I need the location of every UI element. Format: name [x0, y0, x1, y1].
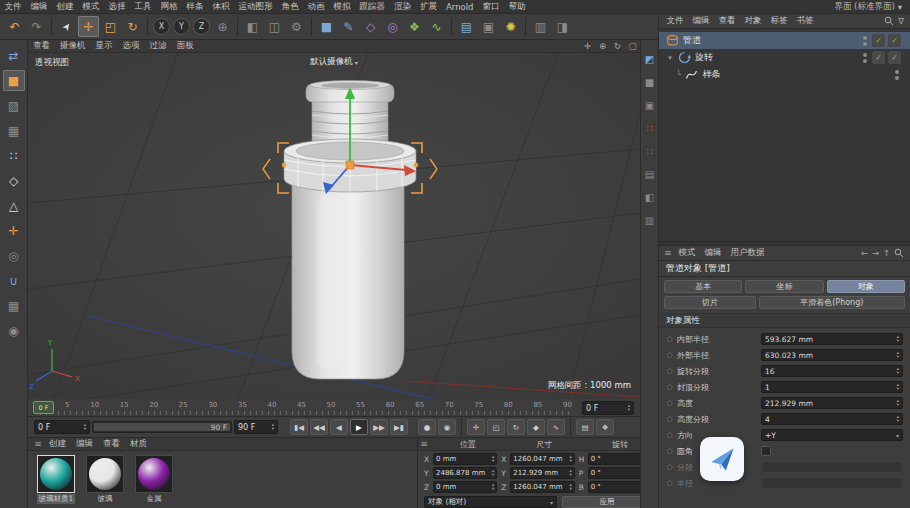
preview-range-bar[interactable]	[94, 423, 230, 431]
viewport-menu-view[interactable]: 查看	[28, 40, 55, 52]
side-palette-icon-6[interactable]: ▤	[643, 167, 657, 181]
render-view-icon[interactable]: ◧	[242, 16, 263, 37]
menu-select[interactable]: 选择	[104, 1, 130, 13]
anim-dot-icon[interactable]: ○	[666, 415, 673, 423]
am-menu-userdata[interactable]: 用户数据	[726, 247, 769, 259]
record-position-icon[interactable]: ✛	[467, 419, 485, 435]
texture-mode-icon[interactable]: ▨	[3, 95, 25, 116]
side-palette-icon-5[interactable]: ∷	[643, 144, 657, 158]
render-settings-icon[interactable]: ⚙	[286, 16, 307, 37]
range-start-spinner[interactable]: ▴▾	[84, 423, 86, 430]
side-palette-icon-4[interactable]: ∷	[643, 121, 657, 135]
anim-dot-icon[interactable]: ○	[666, 383, 673, 391]
viewport-menu-panel[interactable]: 面板	[172, 40, 199, 52]
anim-dot-icon[interactable]: ○	[666, 431, 673, 439]
material-item[interactable]: 金属	[133, 455, 175, 504]
tab-basic[interactable]: 基本	[664, 280, 742, 293]
range-end-spinner[interactable]: ▴▾	[272, 423, 274, 430]
material-menu-create[interactable]: 创建	[44, 438, 71, 450]
material-tag-icon[interactable]: ✓	[888, 51, 901, 64]
visibility-dots-icon[interactable]	[863, 36, 867, 46]
coordinate-mode-select[interactable]: 对象 (相对) ▾	[424, 496, 557, 508]
lock-x-axis-button[interactable]: X	[153, 18, 170, 35]
tab-coordinates[interactable]: 坐标	[745, 280, 823, 293]
render-to-picture-viewer-icon[interactable]: ◫	[264, 16, 285, 37]
visibility-dots-icon[interactable]	[895, 70, 899, 80]
camera-object-icon[interactable]: ▣	[478, 16, 499, 37]
anim-dot-icon[interactable]: ○	[666, 351, 673, 359]
menu-character[interactable]: 角色	[277, 1, 303, 13]
orbit-view-icon[interactable]: ↻	[610, 41, 625, 52]
om-menu-tags[interactable]: 标签	[766, 15, 792, 27]
maximize-view-icon[interactable]: ▢	[625, 41, 640, 52]
play-button[interactable]: ▶	[350, 419, 368, 435]
history-back-icon[interactable]: ←	[861, 248, 868, 258]
timeline-playhead[interactable]: 0 F	[33, 401, 54, 414]
phong-tag-icon[interactable]: ✓	[872, 51, 885, 64]
orientation-select[interactable]: +Y▾	[761, 429, 903, 441]
previous-frame-button[interactable]: ◀	[330, 419, 348, 435]
material-menu-material[interactable]: 材质	[125, 438, 152, 450]
om-menu-file[interactable]: 文件	[662, 15, 688, 27]
zoom-view-icon[interactable]: ⊕	[595, 41, 610, 52]
spline-pen-icon[interactable]: ✎	[338, 16, 359, 37]
history-forward-icon[interactable]: →	[872, 248, 879, 258]
tab-slice[interactable]: 切片	[664, 296, 756, 309]
environment-floor-icon[interactable]: ▤	[456, 16, 477, 37]
record-rotation-icon[interactable]: ↻	[507, 419, 525, 435]
record-pla-icon[interactable]: ∿	[547, 419, 565, 435]
snap-settings-icon[interactable]: ◎	[3, 245, 25, 266]
apply-button[interactable]: 应用	[562, 496, 652, 508]
autokey-icon[interactable]: ◉	[438, 419, 456, 435]
size-y-field[interactable]: 212.929 mm▴▾	[510, 467, 574, 479]
move-tool-icon[interactable]: ✛	[78, 16, 99, 37]
display-mode-b-icon[interactable]: ◨	[552, 16, 573, 37]
parent-object-icon[interactable]: ↑	[883, 248, 890, 258]
fields-icon[interactable]: ∿	[426, 16, 447, 37]
outer-radius-field[interactable]: 630.023 mm▴▾	[761, 349, 903, 361]
menu-spline[interactable]: 样条	[182, 1, 208, 13]
material-menu-edit[interactable]: 编辑	[71, 438, 98, 450]
object-properties-section-header[interactable]: 对象属性	[659, 313, 910, 328]
panel-menu-icon[interactable]: ≡	[418, 439, 430, 449]
om-menu-objects[interactable]: 对象	[740, 15, 766, 27]
range-start-field[interactable]: 0 F ▴▾	[34, 420, 90, 434]
inner-radius-field[interactable]: 593.627 mm▴▾	[761, 333, 903, 345]
primitive-cube-icon[interactable]: ■	[316, 16, 337, 37]
cap-segments-field[interactable]: 1▴▾	[761, 381, 903, 393]
current-frame-field[interactable]: 0 F ▴▾	[582, 401, 634, 415]
workplane-mode-icon[interactable]: ▦	[3, 120, 25, 141]
timeline-ruler[interactable]: 0510 152025 303540 455055 606570 758085 …	[28, 399, 640, 417]
menu-arnold[interactable]: Arnold	[442, 2, 479, 12]
side-palette-icon-3[interactable]: ▣	[643, 98, 657, 112]
tab-object[interactable]: 对象	[827, 280, 905, 293]
preview-range-slider[interactable]: 90 F	[92, 421, 232, 433]
om-menu-view[interactable]: 查看	[714, 15, 740, 27]
light-object-icon[interactable]: ✺	[500, 16, 521, 37]
edges-mode-icon[interactable]: ◇	[3, 170, 25, 191]
rotate-tool-icon[interactable]: ↻	[122, 16, 143, 37]
side-palette-icon-8[interactable]: ▥	[643, 213, 657, 227]
panel-menu-icon[interactable]: ≡	[662, 248, 674, 258]
menu-edit[interactable]: 编辑	[26, 1, 52, 13]
phong-tag-icon[interactable]: ✓	[872, 34, 885, 47]
frame-spinner[interactable]: ▴▾	[628, 404, 630, 411]
menu-help[interactable]: 帮助	[504, 1, 530, 13]
camera-dropdown[interactable]: 默认摄像机 ▾	[310, 56, 358, 68]
lock-y-axis-button[interactable]: Y	[173, 18, 190, 35]
material-item[interactable]: 玻璃材质1	[35, 455, 77, 504]
view-name-label[interactable]: 透视视图	[35, 57, 69, 69]
height-segments-field[interactable]: 4▴▾	[761, 413, 903, 425]
size-column-header[interactable]: 尺寸	[506, 439, 582, 450]
live-selection-icon[interactable]: ➤	[52, 12, 81, 41]
enable-axis-icon[interactable]: ✛	[3, 220, 25, 241]
viewport-canvas[interactable]: Y X Z	[28, 53, 640, 399]
material-thumbnail[interactable]	[86, 455, 124, 493]
points-mode-icon[interactable]: ∷	[3, 145, 25, 166]
material-thumbnail[interactable]	[135, 455, 173, 493]
menu-mode[interactable]: 模式	[78, 1, 104, 13]
record-keyframe-icon[interactable]: ●	[418, 419, 436, 435]
anim-dot-icon[interactable]: ○	[666, 399, 673, 407]
make-editable-icon[interactable]: ⇄	[3, 45, 25, 66]
object-row-pipe[interactable]: 管道 ✓ ✓	[659, 32, 910, 49]
